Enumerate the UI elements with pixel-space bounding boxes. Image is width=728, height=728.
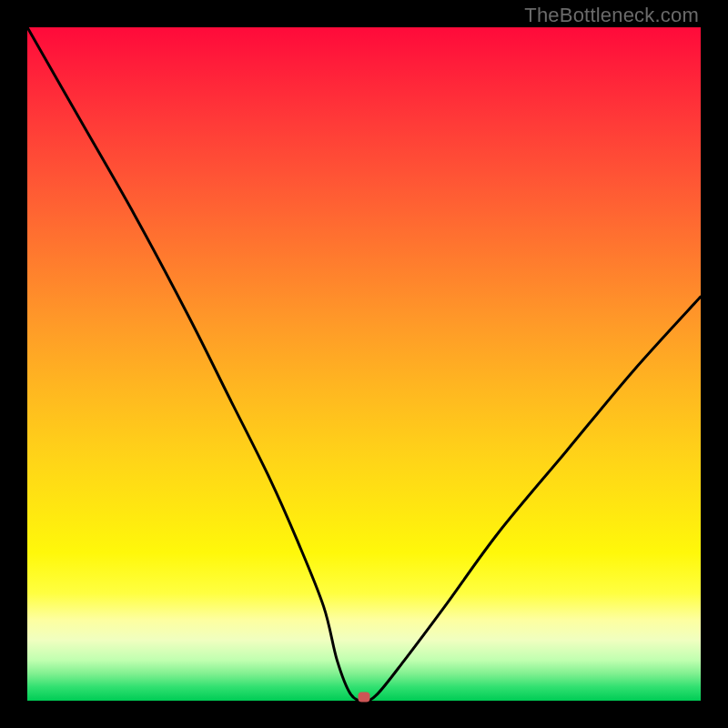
bottleneck-curve (27, 27, 701, 701)
optimal-point-marker (359, 693, 370, 703)
watermark-text: TheBottleneck.com (524, 4, 699, 27)
chart-frame: TheBottleneck.com (0, 0, 728, 728)
plot-area (27, 27, 701, 701)
